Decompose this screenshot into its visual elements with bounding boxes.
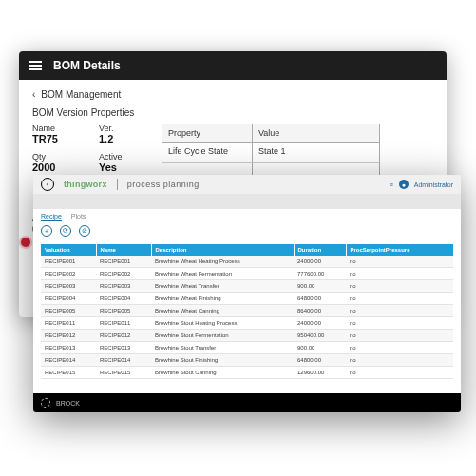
cell: 24000.00 xyxy=(294,256,346,268)
cell: 777600.00 xyxy=(294,268,346,280)
table-row[interactable]: RECIPE013RECIPE013Brewhine Stout Transfe… xyxy=(41,342,453,354)
add-icon[interactable]: + xyxy=(41,225,52,237)
cell: RECIPE003 xyxy=(41,280,96,293)
front-topbar: ‹ thingworx process planning ≡ ● Adminis… xyxy=(33,175,461,194)
qty-label: Qty xyxy=(32,152,78,162)
user-label[interactable]: Administrator xyxy=(414,181,453,188)
th-name[interactable]: Name xyxy=(96,244,151,256)
cell: 64800.00 xyxy=(294,354,346,367)
process-planning-window: ‹ thingworx process planning ≡ ● Adminis… xyxy=(33,175,461,412)
cell: Brewhine Stout Canning xyxy=(151,367,294,379)
name-value: TR75 xyxy=(32,133,78,144)
cell: Brewhine Wheat Heating Process xyxy=(151,256,294,268)
cell: 24000.00 xyxy=(294,317,346,330)
cell: 64800.00 xyxy=(294,293,346,305)
cell: no xyxy=(346,256,453,268)
active-label: Active xyxy=(99,152,144,162)
cell: no xyxy=(346,305,453,317)
table-row[interactable]: RECIPE003RECIPE003Brewhine Wheat Transfe… xyxy=(41,280,453,293)
app-title: process planning xyxy=(127,180,200,189)
table-row[interactable]: RECIPE005RECIPE005Brewhine Wheat Canning… xyxy=(41,305,453,317)
table-row[interactable]: RECIPE012RECIPE012Brewhine Stout Ferment… xyxy=(41,330,453,342)
props-cell-value: State 1 xyxy=(253,143,379,162)
front-footer: BROCK xyxy=(33,393,461,412)
cell: RECIPE014 xyxy=(41,354,96,367)
name-label: Name xyxy=(32,124,78,133)
table-row[interactable]: Life Cycle State State 1 xyxy=(162,143,379,163)
cell: no xyxy=(346,342,453,354)
grid-header-row: Valuation Name Description Duration Proc… xyxy=(41,244,453,256)
breadcrumb[interactable]: ‹ BOM Management xyxy=(32,89,433,100)
kv-name: Name TR75 xyxy=(32,124,78,144)
table-row[interactable]: RECIPE001RECIPE001Brewhine Wheat Heating… xyxy=(41,256,453,268)
props-heading: BOM Version Properties xyxy=(32,107,433,118)
cell: 900.00 xyxy=(294,342,346,354)
top-right: ≡ ● Administrator xyxy=(390,180,453,189)
table-row[interactable]: RECIPE011RECIPE011Brewhine Stout Heating… xyxy=(41,317,453,330)
cell: 86400.00 xyxy=(294,305,346,317)
chevron-left-icon: ‹ xyxy=(32,89,35,100)
cell: Brewhine Stout Heating Process xyxy=(151,317,294,330)
ver-value: 1.2 xyxy=(99,133,144,144)
cell: RECIPE005 xyxy=(96,305,151,317)
cell: RECIPE001 xyxy=(96,256,151,268)
table-row[interactable]: RECIPE004RECIPE004Brewhine Wheat Finishi… xyxy=(41,293,453,305)
active-value: Yes xyxy=(99,162,144,173)
tool-icons: + ⟳ ⊘ xyxy=(33,225,461,240)
grid-icon[interactable]: ≡ xyxy=(390,181,393,188)
table-row[interactable]: RECIPE002RECIPE002Brewhine Wheat Ferment… xyxy=(41,268,453,280)
cell: RECIPE013 xyxy=(96,342,151,354)
record-indicator-icon xyxy=(21,238,30,247)
front-subbar xyxy=(33,194,461,209)
refresh-icon[interactable]: ⟳ xyxy=(60,225,71,237)
cell: RECIPE002 xyxy=(41,268,96,280)
table-row[interactable]: RECIPE015RECIPE015Brewhine Stout Canning… xyxy=(41,367,453,379)
cell: RECIPE011 xyxy=(41,317,96,330)
ver-label: Ver. xyxy=(99,124,144,133)
th-pressure[interactable]: ProcSetpointPressure xyxy=(346,244,453,256)
cell: RECIPE013 xyxy=(41,342,96,354)
cell: Brewhine Stout Transfer xyxy=(151,342,294,354)
divider xyxy=(117,179,118,190)
cell: no xyxy=(346,330,453,342)
cell: RECIPE011 xyxy=(96,317,151,330)
cell: Brewhine Wheat Canning xyxy=(151,305,294,317)
tab-plots[interactable]: Plots xyxy=(71,213,86,221)
cell: no xyxy=(346,354,453,367)
table-row[interactable]: RECIPE014RECIPE014Brewhine Stout Finishi… xyxy=(41,354,453,367)
tab-recipe[interactable]: Recipe xyxy=(41,213,62,221)
delete-icon[interactable]: ⊘ xyxy=(79,225,90,237)
props-cell-property: Life Cycle State xyxy=(162,143,253,162)
cell: Brewhine Wheat Transfer xyxy=(151,280,294,293)
cell: Brewhine Wheat Finishing xyxy=(151,293,294,305)
kv-qty: Qty 2000 xyxy=(32,152,78,173)
props-th-property: Property xyxy=(162,124,253,142)
bom-title: BOM Details xyxy=(53,59,121,72)
recipe-grid: Valuation Name Description Duration Proc… xyxy=(41,244,453,379)
cell: Brewhine Wheat Fermentation xyxy=(151,268,294,280)
cell: RECIPE005 xyxy=(41,305,96,317)
cell: RECIPE015 xyxy=(96,367,151,379)
cell: RECIPE003 xyxy=(96,280,151,293)
qty-value: 2000 xyxy=(32,162,78,173)
cell: no xyxy=(346,317,453,330)
cell: Brewhine Stout Fermentation xyxy=(151,330,294,342)
th-description[interactable]: Description xyxy=(151,244,294,256)
cell: RECIPE002 xyxy=(96,268,151,280)
th-duration[interactable]: Duration xyxy=(294,244,346,256)
cell: RECIPE014 xyxy=(96,354,151,367)
cell: no xyxy=(346,367,453,379)
brand-label: thingworx xyxy=(64,180,107,189)
user-icon[interactable]: ● xyxy=(399,180,409,189)
props-th-value: Value xyxy=(253,124,379,142)
kv-active: Active Yes xyxy=(99,152,144,173)
footer-brand: BROCK xyxy=(56,400,80,407)
tabs: Recipe Plots xyxy=(41,213,86,221)
hamburger-icon[interactable] xyxy=(29,61,42,70)
cell: RECIPE012 xyxy=(41,330,96,342)
breadcrumb-label: BOM Management xyxy=(41,89,121,100)
brock-logo-icon xyxy=(41,398,50,408)
th-valuation[interactable]: Valuation xyxy=(41,244,96,256)
cell: no xyxy=(346,280,453,293)
back-arrow-icon[interactable]: ‹ xyxy=(41,178,54,191)
